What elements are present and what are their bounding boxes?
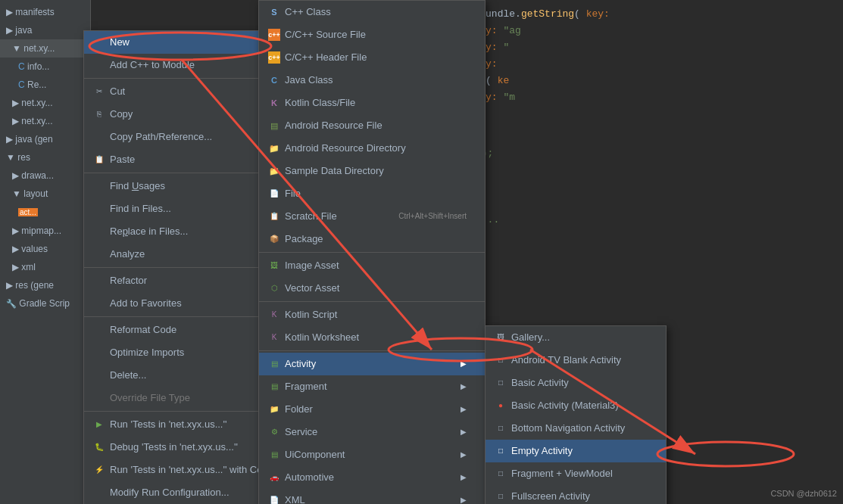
activity-submenu-item-basic[interactable]: □ Basic Activity — [486, 372, 666, 394]
submenu-item-image-asset-label: Image Asset — [285, 257, 467, 274]
submenu-item-uicomponent-label: UiComponent — [285, 446, 457, 463]
submenu-item-folder[interactable]: 📁 Folder ▶ — [259, 398, 485, 421]
sidebar-item-netxy1[interactable]: ▼ net.xy... — [0, 39, 90, 58]
submenu-item-cpp-source[interactable]: c++ C/C++ Source File — [259, 23, 485, 46]
activity-submenu-item-empty[interactable]: □ Empty Activity — [486, 440, 666, 462]
submenu-item-package-label: Package — [285, 231, 467, 247]
activity-submenu-item-gallery[interactable]: 🖼 Gallery... — [486, 326, 666, 349]
automotive-arrow: ▶ — [461, 469, 467, 486]
submenu-item-kotlin-class-label: Kotlin Class/File — [285, 95, 467, 111]
activity-submenu-item-bottom-nav-label: Bottom Navigation Activity — [511, 420, 648, 437]
activity-arrow: ▶ — [461, 356, 467, 372]
fragment-icon: ▤ — [268, 381, 280, 393]
sidebar-item-re[interactable]: C Re... — [0, 76, 90, 94]
sidebar-item-layout[interactable]: ▼ layout — [0, 185, 90, 203]
modify-run-icon — [93, 487, 105, 499]
sidebar-item-act[interactable]: act... — [0, 203, 90, 222]
android-resource-icon: ▤ — [268, 120, 280, 132]
sidebar-item-res[interactable]: ▼ res — [0, 148, 90, 166]
submenu-item-kotlin-worksheet[interactable]: K Kotlin Worksheet — [259, 326, 485, 349]
submenu-item-xml[interactable]: 📄 XML ▶ — [259, 489, 485, 504]
submenu-item-android-resource-label: Android Resource File — [285, 117, 467, 134]
sidebar-item-manifests[interactable]: ▶ manifests — [0, 3, 90, 21]
replace-files-icon — [93, 226, 105, 238]
new-submenu: S C++ Class c++ C/C++ Source File c++ C/… — [258, 0, 486, 504]
refactor-icon — [93, 275, 105, 287]
submenu-item-file[interactable]: 📄 File — [259, 182, 485, 205]
submenu-item-activity[interactable]: ▤ Activity ▶ — [259, 353, 485, 375]
sidebar-item-gradle[interactable]: 🔧 Gradle Scrip — [0, 294, 90, 313]
submenu-item-file-label: File — [285, 185, 467, 202]
sidebar-item-xml[interactable]: ▶ xml — [0, 258, 90, 276]
basic-material3-icon: ● — [495, 400, 507, 412]
optimize-icon — [93, 347, 105, 359]
submenu-item-uicomponent[interactable]: ▤ UiComponent ▶ — [259, 443, 485, 466]
activity-submenu-item-fragment-viewmodel[interactable]: □ Fragment + ViewModel — [486, 462, 666, 485]
file-icon: 📄 — [268, 188, 280, 200]
submenu-item-service[interactable]: ⚙ Service ▶ — [259, 421, 485, 443]
submenu-item-automotive[interactable]: 🚗 Automotive ▶ — [259, 466, 485, 489]
activity-submenu: 🖼 Gallery... □ Android TV Blank Activity… — [485, 325, 667, 504]
sidebar-item-java[interactable]: ▶ java — [0, 21, 90, 39]
submenu-item-package[interactable]: 📦 Package — [259, 228, 485, 250]
sidebar-item-resgene[interactable]: ▶ res (gene — [0, 276, 90, 294]
scratch-shortcut: Ctrl+Alt+Shift+Insert — [398, 208, 467, 225]
submenu-item-cpp-class-label: C++ Class — [285, 4, 467, 20]
submenu-item-sample-data-label: Sample Data Directory — [285, 163, 467, 179]
project-sidebar: ▶ manifests ▶ java ▼ net.xy... C info...… — [0, 0, 91, 504]
sidebar-item-netxy3[interactable]: ▶ net.xy... — [0, 112, 90, 130]
scratch-icon: 📋 — [268, 210, 280, 222]
find-files-icon — [93, 203, 105, 215]
submenu-item-fragment[interactable]: ▤ Fragment ▶ — [259, 375, 485, 398]
folder-arrow: ▶ — [461, 401, 467, 418]
copy-path-icon — [93, 131, 105, 143]
submenu-item-automotive-label: Automotive — [285, 469, 457, 486]
submenu-item-android-resource[interactable]: ▤ Android Resource File — [259, 114, 485, 137]
menu-item-find-files-label: Find in Files... — [110, 201, 254, 217]
submenu-item-cpp-source-label: C/C++ Source File — [285, 26, 467, 43]
java-class-icon: C — [268, 74, 280, 86]
menu-item-copy-label: Copy — [110, 106, 276, 123]
gallery-icon: 🖼 — [495, 331, 507, 344]
submenu-item-service-label: Service — [285, 424, 457, 440]
submenu-item-kotlin-worksheet-label: Kotlin Worksheet — [285, 329, 467, 346]
submenu-item-vector-asset[interactable]: ⬡ Vector Asset — [259, 277, 485, 300]
submenu-item-kotlin-class[interactable]: K Kotlin Class/File — [259, 92, 485, 114]
submenu-item-cpp-class[interactable]: S C++ Class — [259, 1, 485, 23]
find-usages-icon — [93, 180, 105, 192]
package-icon: 📦 — [268, 233, 280, 245]
submenu-item-cpp-header-label: C/C++ Header File — [285, 49, 467, 66]
activity-submenu-item-basic-material3-label: Basic Activity (Material3) — [511, 397, 648, 414]
activity-submenu-item-basic-material3[interactable]: ● Basic Activity (Material3) — [486, 394, 666, 417]
activity-submenu-item-bottom-nav[interactable]: □ Bottom Navigation Activity — [486, 417, 666, 440]
submenu-item-scratch[interactable]: 📋 Scratch File Ctrl+Alt+Shift+Insert — [259, 205, 485, 228]
service-arrow: ▶ — [461, 424, 467, 440]
activity-submenu-item-tv-blank[interactable]: □ Android TV Blank Activity — [486, 349, 666, 372]
favorites-icon — [93, 297, 105, 310]
delete-icon — [93, 369, 105, 381]
sidebar-item-info[interactable]: C info... — [0, 58, 90, 76]
submenu-item-kotlin-script[interactable]: K Kotlin Script — [259, 303, 485, 326]
submenu-item-image-asset[interactable]: 🖼 Image Asset — [259, 254, 485, 277]
activity-submenu-item-fullscreen-label: Fullscreen Activity — [511, 488, 648, 504]
submenu-item-fragment-label: Fragment — [285, 378, 457, 395]
automotive-icon: 🚗 — [268, 471, 280, 484]
paste-icon: 📋 — [93, 154, 105, 166]
cpp-source-icon: c++ — [268, 29, 280, 41]
submenu-item-cpp-header[interactable]: c++ C/C++ Header File — [259, 46, 485, 69]
bottom-nav-icon: □ — [495, 422, 507, 434]
watermark: CSDN @dzh0612 — [770, 489, 837, 498]
submenu-item-activity-label: Activity — [285, 356, 457, 372]
activity-submenu-item-fullscreen[interactable]: □ Fullscreen Activity — [486, 485, 666, 504]
analyze-icon — [93, 248, 105, 260]
sidebar-item-values[interactable]: ▶ values — [0, 240, 90, 258]
submenu-item-folder-label: Folder — [285, 401, 457, 418]
sidebar-item-netxy2[interactable]: ▶ net.xy... — [0, 94, 90, 112]
submenu-item-java-class[interactable]: C Java Class — [259, 69, 485, 92]
submenu-item-android-resource-dir[interactable]: 📁 Android Resource Directory — [259, 137, 485, 160]
add-cpp-icon — [93, 59, 105, 71]
submenu-item-sample-data[interactable]: 📁 Sample Data Directory — [259, 160, 485, 182]
sidebar-item-mipmap[interactable]: ▶ mipmap... — [0, 222, 90, 240]
sidebar-item-javagen[interactable]: ▶ java (gen — [0, 130, 90, 148]
sidebar-item-drawable[interactable]: ▶ drawa... — [0, 166, 90, 185]
